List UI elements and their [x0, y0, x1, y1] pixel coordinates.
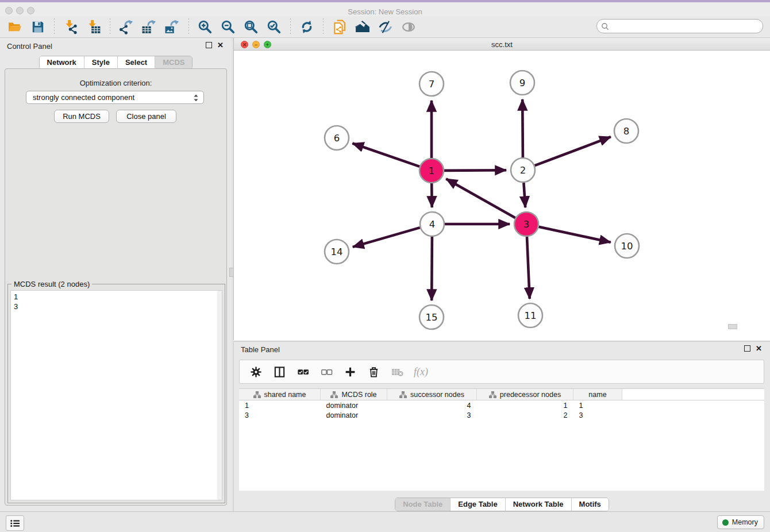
- tab-network[interactable]: Network: [40, 56, 84, 69]
- import-table-button[interactable]: [82, 17, 105, 37]
- zoom-in-button[interactable]: [194, 17, 217, 37]
- memory-label: Memory: [732, 518, 758, 526]
- zoom-selected-button[interactable]: [263, 17, 286, 37]
- app-titlebar[interactable]: Session: New Session: [0, 2, 770, 16]
- graph-node-7[interactable]: 7: [419, 72, 444, 96]
- graph-node-6[interactable]: 6: [325, 126, 349, 150]
- graph-node-1[interactable]: 1: [419, 159, 444, 183]
- edge-1-6[interactable]: [352, 144, 419, 167]
- cell-MCDS-role[interactable]: dominator: [321, 410, 387, 420]
- edge-3-10[interactable]: [539, 227, 611, 242]
- edge-3-11[interactable]: [527, 237, 530, 299]
- delete-table-button: [387, 362, 408, 381]
- search-icon: [601, 22, 609, 30]
- tab-select[interactable]: Select: [117, 56, 155, 69]
- graph-node-15[interactable]: 15: [419, 305, 444, 329]
- graph-node-11[interactable]: 11: [518, 303, 542, 327]
- graph-node-8[interactable]: 8: [614, 119, 638, 143]
- criterion-value: strongly connected component: [33, 93, 134, 102]
- float-table-panel-icon[interactable]: [744, 345, 750, 352]
- edge-2-9[interactable]: [522, 99, 523, 157]
- copy-network-button[interactable]: [328, 17, 351, 37]
- table-row[interactable]: 1dominator411: [239, 400, 764, 411]
- graph-node-2[interactable]: 2: [511, 158, 535, 182]
- cell-name[interactable]: 3: [573, 410, 622, 420]
- tab-edge-table[interactable]: Edge Table: [450, 498, 505, 511]
- export-table-button[interactable]: [138, 17, 161, 37]
- split-columns-button[interactable]: [269, 362, 290, 381]
- column-header-predecessor-nodes[interactable]: predecessor nodes: [477, 389, 573, 400]
- graph-node-4[interactable]: 4: [420, 212, 444, 236]
- run-mcds-button[interactable]: Run MCDS: [54, 110, 109, 123]
- zoom-out-button[interactable]: [217, 17, 240, 37]
- float-panel-icon[interactable]: [206, 42, 212, 48]
- close-panel-icon[interactable]: ✕: [217, 43, 224, 48]
- cell-shared-name[interactable]: 1: [239, 400, 321, 411]
- column-header-name[interactable]: name: [573, 389, 622, 400]
- edge-4-15[interactable]: [432, 237, 432, 300]
- task-history-button[interactable]: [6, 515, 24, 531]
- add-column-button[interactable]: [340, 362, 361, 381]
- delete-column-button[interactable]: [363, 362, 384, 381]
- eye-button[interactable]: [397, 17, 420, 37]
- column-header-shared-name[interactable]: shared name: [239, 389, 321, 400]
- graph-node-9[interactable]: 9: [510, 71, 534, 95]
- criterion-select[interactable]: strongly connected component: [26, 91, 204, 104]
- split-columns-icon: [273, 365, 286, 379]
- graph-node-10[interactable]: 10: [615, 234, 639, 258]
- mcds-result-text[interactable]: 1 3: [10, 290, 222, 500]
- edge-1-4[interactable]: [432, 183, 432, 207]
- tab-node-table[interactable]: Node Table: [395, 498, 450, 511]
- search-input[interactable]: [609, 21, 763, 32]
- refresh-layout-button[interactable]: [295, 17, 318, 37]
- select-all-icon: [297, 365, 310, 379]
- cell-successor-nodes[interactable]: 3: [387, 410, 477, 420]
- close-table-panel-icon[interactable]: ✕: [756, 346, 762, 351]
- network-canvas[interactable]: 7 9 6 8 1 2 4 3 14 10 15 11: [234, 51, 770, 340]
- import-network-button[interactable]: [59, 17, 82, 37]
- gear-button[interactable]: [245, 362, 267, 381]
- network-canvas-area: 7 9 6 8 1 2 4 3 14 10 15 11: [234, 51, 770, 340]
- horizontal-splitter-handle[interactable]: [728, 324, 737, 329]
- search-box[interactable]: [596, 19, 763, 33]
- result-scrollbar[interactable]: [217, 291, 222, 500]
- network-window-titlebar[interactable]: ✕ − + scc.txt: [234, 38, 770, 51]
- edge-4-14[interactable]: [353, 228, 420, 247]
- edge-2-8[interactable]: [535, 137, 611, 165]
- node-label: 3: [523, 219, 530, 230]
- column-hierarchy-icon: [399, 391, 407, 398]
- memory-button[interactable]: Memory: [717, 515, 764, 529]
- zoom-fit-button[interactable]: [240, 17, 263, 37]
- copy-network-icon: [332, 20, 347, 34]
- cell-successor-nodes[interactable]: 4: [387, 400, 477, 411]
- graph-node-14[interactable]: 14: [325, 240, 349, 264]
- export-image-button[interactable]: [161, 17, 184, 37]
- status-bar: Memory: [0, 511, 770, 532]
- deselect-all-button[interactable]: [316, 362, 337, 381]
- save-session-button[interactable]: [26, 17, 49, 37]
- tab-style[interactable]: Style: [84, 56, 117, 69]
- edge-3-1[interactable]: [446, 179, 515, 218]
- home-button[interactable]: [351, 17, 374, 37]
- column-header-MCDS-role[interactable]: MCDS role: [321, 389, 387, 400]
- tab-motifs[interactable]: Motifs: [571, 498, 609, 511]
- cell-name[interactable]: 1: [573, 400, 622, 411]
- network-view-window: ✕ − + scc.txt 7 9 6 8 1 2 4 3 14 10 15 1…: [233, 38, 770, 340]
- cell-shared-name[interactable]: 3: [239, 410, 321, 420]
- export-image-icon: [165, 20, 180, 34]
- close-panel-button[interactable]: Close panel: [116, 110, 176, 123]
- tab-network-table[interactable]: Network Table: [505, 498, 571, 511]
- graph-node-3[interactable]: 3: [514, 212, 538, 236]
- tab-mcds[interactable]: MCDS: [155, 56, 192, 69]
- open-folder-button[interactable]: [3, 17, 26, 37]
- column-header-successor-nodes[interactable]: successor nodes: [387, 389, 477, 400]
- export-network-button[interactable]: [115, 17, 138, 37]
- edge-1-2[interactable]: [444, 170, 506, 171]
- edge-2-3[interactable]: [523, 183, 525, 207]
- cell-predecessor-nodes[interactable]: 1: [477, 400, 573, 411]
- table-row[interactable]: 3dominator323: [239, 410, 764, 420]
- select-all-button[interactable]: [292, 362, 314, 381]
- cell-predecessor-nodes[interactable]: 2: [477, 410, 573, 420]
- cell-MCDS-role[interactable]: dominator: [321, 400, 387, 411]
- hide-panel-button[interactable]: [374, 17, 397, 37]
